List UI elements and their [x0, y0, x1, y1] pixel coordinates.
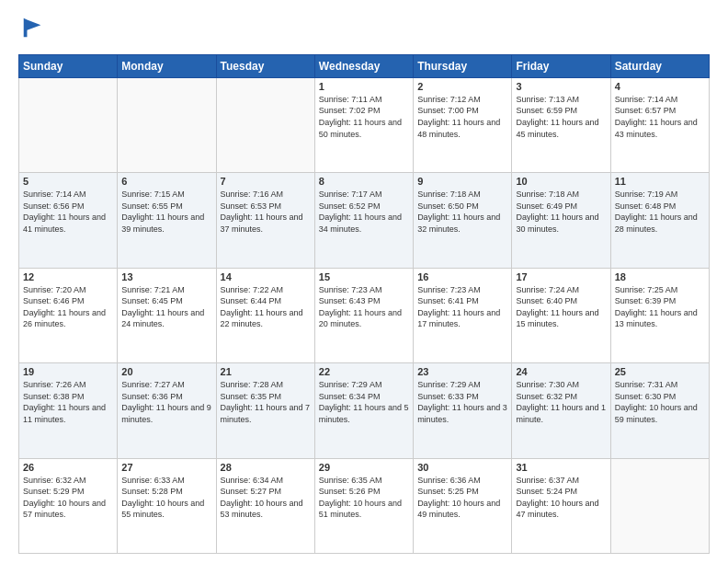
day-info: Sunrise: 6:37 AM Sunset: 5:24 PM Dayligh… [516, 475, 606, 521]
day-info: Sunrise: 7:24 AM Sunset: 6:40 PM Dayligh… [516, 284, 606, 330]
calendar-week-row: 26Sunrise: 6:32 AM Sunset: 5:29 PM Dayli… [19, 458, 710, 553]
calendar-cell: 14Sunrise: 7:22 AM Sunset: 6:44 PM Dayli… [216, 268, 314, 362]
calendar-cell: 15Sunrise: 7:23 AM Sunset: 6:43 PM Dayli… [314, 268, 413, 362]
day-info: Sunrise: 7:25 AM Sunset: 6:39 PM Dayligh… [615, 284, 705, 330]
calendar-cell [216, 77, 314, 172]
day-number: 27 [121, 462, 211, 473]
calendar-cell: 12Sunrise: 7:20 AM Sunset: 6:46 PM Dayli… [19, 268, 118, 362]
day-info: Sunrise: 7:15 AM Sunset: 6:55 PM Dayligh… [121, 189, 211, 235]
day-info: Sunrise: 7:28 AM Sunset: 6:35 PM Dayligh… [221, 379, 311, 425]
calendar-cell: 10Sunrise: 7:18 AM Sunset: 6:49 PM Dayli… [512, 173, 610, 268]
day-number: 14 [221, 271, 311, 282]
calendar-cell: 7Sunrise: 7:16 AM Sunset: 6:53 PM Daylig… [216, 173, 314, 268]
day-number: 8 [319, 176, 409, 187]
calendar-cell: 29Sunrise: 6:35 AM Sunset: 5:26 PM Dayli… [314, 458, 413, 553]
day-number: 9 [417, 176, 507, 187]
calendar-cell: 23Sunrise: 7:29 AM Sunset: 6:33 PM Dayli… [414, 363, 512, 458]
calendar-cell: 11Sunrise: 7:19 AM Sunset: 6:48 PM Dayli… [610, 173, 709, 268]
day-info: Sunrise: 6:34 AM Sunset: 5:27 PM Dayligh… [221, 475, 311, 521]
calendar-cell: 4Sunrise: 7:14 AM Sunset: 6:57 PM Daylig… [610, 77, 709, 172]
day-number: 10 [516, 176, 606, 187]
logo [18, 15, 46, 45]
calendar-cell: 17Sunrise: 7:24 AM Sunset: 6:40 PM Dayli… [512, 268, 610, 362]
day-info: Sunrise: 7:16 AM Sunset: 6:53 PM Dayligh… [221, 189, 311, 235]
calendar-cell [610, 458, 709, 553]
calendar-cell: 3Sunrise: 7:13 AM Sunset: 6:59 PM Daylig… [512, 77, 610, 172]
logo-flag-icon [20, 15, 46, 40]
day-header-thursday: Thursday [414, 54, 512, 77]
calendar-week-row: 5Sunrise: 7:14 AM Sunset: 6:56 PM Daylig… [19, 173, 710, 268]
calendar-header-row: SundayMondayTuesdayWednesdayThursdayFrid… [19, 54, 710, 77]
day-info: Sunrise: 7:19 AM Sunset: 6:48 PM Dayligh… [615, 189, 705, 235]
calendar-cell: 30Sunrise: 6:36 AM Sunset: 5:25 PM Dayli… [414, 458, 512, 553]
day-info: Sunrise: 7:26 AM Sunset: 6:38 PM Dayligh… [23, 379, 113, 425]
day-number: 20 [121, 366, 211, 377]
day-info: Sunrise: 7:11 AM Sunset: 7:02 PM Dayligh… [319, 94, 409, 140]
calendar-cell [118, 77, 216, 172]
day-number: 25 [615, 366, 705, 377]
day-info: Sunrise: 7:21 AM Sunset: 6:45 PM Dayligh… [121, 284, 211, 330]
day-info: Sunrise: 7:29 AM Sunset: 6:34 PM Dayligh… [319, 379, 409, 425]
calendar-week-row: 19Sunrise: 7:26 AM Sunset: 6:38 PM Dayli… [19, 363, 710, 458]
day-info: Sunrise: 7:23 AM Sunset: 6:43 PM Dayligh… [319, 284, 409, 330]
day-number: 11 [615, 176, 705, 187]
day-info: Sunrise: 7:31 AM Sunset: 6:30 PM Dayligh… [615, 379, 705, 425]
day-number: 13 [121, 271, 211, 282]
calendar-cell: 6Sunrise: 7:15 AM Sunset: 6:55 PM Daylig… [118, 173, 216, 268]
calendar-cell: 2Sunrise: 7:12 AM Sunset: 7:00 PM Daylig… [414, 77, 512, 172]
calendar-cell: 24Sunrise: 7:30 AM Sunset: 6:32 PM Dayli… [512, 363, 610, 458]
day-number: 18 [615, 271, 705, 282]
day-info: Sunrise: 7:22 AM Sunset: 6:44 PM Dayligh… [221, 284, 311, 330]
day-number: 12 [23, 271, 113, 282]
day-number: 17 [516, 271, 606, 282]
day-info: Sunrise: 6:35 AM Sunset: 5:26 PM Dayligh… [319, 475, 409, 521]
day-number: 7 [221, 176, 311, 187]
day-header-tuesday: Tuesday [216, 54, 314, 77]
day-header-sunday: Sunday [19, 54, 118, 77]
day-header-wednesday: Wednesday [314, 54, 413, 77]
day-number: 29 [319, 462, 409, 473]
svg-marker-0 [24, 18, 41, 38]
day-number: 24 [516, 366, 606, 377]
day-info: Sunrise: 6:36 AM Sunset: 5:25 PM Dayligh… [417, 475, 507, 521]
day-info: Sunrise: 7:20 AM Sunset: 6:46 PM Dayligh… [23, 284, 113, 330]
day-number: 6 [121, 176, 211, 187]
day-number: 31 [516, 462, 606, 473]
day-number: 15 [319, 271, 409, 282]
page: SundayMondayTuesdayWednesdayThursdayFrid… [0, 0, 728, 563]
day-info: Sunrise: 7:13 AM Sunset: 6:59 PM Dayligh… [516, 94, 606, 140]
day-number: 22 [319, 366, 409, 377]
day-info: Sunrise: 7:14 AM Sunset: 6:57 PM Dayligh… [615, 94, 705, 140]
calendar-cell: 13Sunrise: 7:21 AM Sunset: 6:45 PM Dayli… [118, 268, 216, 362]
day-info: Sunrise: 6:33 AM Sunset: 5:28 PM Dayligh… [121, 475, 211, 521]
calendar-cell: 27Sunrise: 6:33 AM Sunset: 5:28 PM Dayli… [118, 458, 216, 553]
calendar-week-row: 1Sunrise: 7:11 AM Sunset: 7:02 PM Daylig… [19, 77, 710, 172]
calendar-cell: 28Sunrise: 6:34 AM Sunset: 5:27 PM Dayli… [216, 458, 314, 553]
day-info: Sunrise: 7:23 AM Sunset: 6:41 PM Dayligh… [417, 284, 507, 330]
day-header-monday: Monday [118, 54, 216, 77]
calendar-cell: 22Sunrise: 7:29 AM Sunset: 6:34 PM Dayli… [314, 363, 413, 458]
day-number: 1 [319, 81, 409, 92]
calendar-cell: 25Sunrise: 7:31 AM Sunset: 6:30 PM Dayli… [610, 363, 709, 458]
calendar-cell: 9Sunrise: 7:18 AM Sunset: 6:50 PM Daylig… [414, 173, 512, 268]
header [18, 15, 710, 45]
day-info: Sunrise: 7:27 AM Sunset: 6:36 PM Dayligh… [121, 379, 211, 425]
calendar-cell [19, 77, 118, 172]
day-info: Sunrise: 6:32 AM Sunset: 5:29 PM Dayligh… [23, 475, 113, 521]
calendar-cell: 31Sunrise: 6:37 AM Sunset: 5:24 PM Dayli… [512, 458, 610, 553]
calendar-cell: 20Sunrise: 7:27 AM Sunset: 6:36 PM Dayli… [118, 363, 216, 458]
day-header-saturday: Saturday [610, 54, 709, 77]
day-info: Sunrise: 7:18 AM Sunset: 6:49 PM Dayligh… [516, 189, 606, 235]
calendar-cell: 8Sunrise: 7:17 AM Sunset: 6:52 PM Daylig… [314, 173, 413, 268]
calendar-cell: 5Sunrise: 7:14 AM Sunset: 6:56 PM Daylig… [19, 173, 118, 268]
day-number: 19 [23, 366, 113, 377]
day-number: 16 [417, 271, 507, 282]
day-number: 2 [417, 81, 507, 92]
calendar-cell: 19Sunrise: 7:26 AM Sunset: 6:38 PM Dayli… [19, 363, 118, 458]
day-info: Sunrise: 7:29 AM Sunset: 6:33 PM Dayligh… [417, 379, 507, 425]
day-header-friday: Friday [512, 54, 610, 77]
day-info: Sunrise: 7:17 AM Sunset: 6:52 PM Dayligh… [319, 189, 409, 235]
day-info: Sunrise: 7:18 AM Sunset: 6:50 PM Dayligh… [417, 189, 507, 235]
day-info: Sunrise: 7:30 AM Sunset: 6:32 PM Dayligh… [516, 379, 606, 425]
calendar-cell: 18Sunrise: 7:25 AM Sunset: 6:39 PM Dayli… [610, 268, 709, 362]
